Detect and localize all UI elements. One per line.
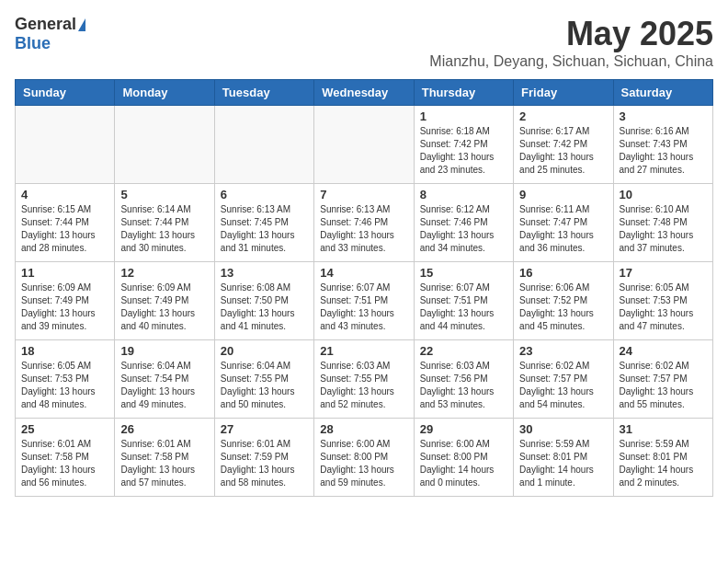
day-cell: 8Sunrise: 6:12 AM Sunset: 7:46 PM Daylig… (414, 184, 513, 262)
day-cell: 25Sunrise: 6:01 AM Sunset: 7:58 PM Dayli… (16, 419, 115, 497)
day-cell: 4Sunrise: 6:15 AM Sunset: 7:44 PM Daylig… (16, 184, 115, 262)
day-number: 31 (620, 422, 707, 436)
day-cell: 12Sunrise: 6:09 AM Sunset: 7:49 PM Dayli… (115, 262, 214, 340)
day-number: 26 (120, 422, 208, 436)
day-cell (16, 106, 115, 184)
day-info: Sunrise: 6:03 AM Sunset: 7:55 PM Dayligh… (320, 360, 407, 411)
day-number: 27 (221, 422, 308, 436)
week-row-2: 4Sunrise: 6:15 AM Sunset: 7:44 PM Daylig… (16, 184, 713, 262)
day-cell: 20Sunrise: 6:04 AM Sunset: 7:55 PM Dayli… (214, 340, 313, 419)
calendar-table: SundayMondayTuesdayWednesdayThursdayFrid… (15, 79, 713, 497)
day-cell: 9Sunrise: 6:11 AM Sunset: 7:47 PM Daylig… (514, 184, 613, 262)
day-number: 25 (21, 422, 108, 436)
day-info: Sunrise: 6:17 AM Sunset: 7:42 PM Dayligh… (519, 125, 607, 177)
day-number: 1 (420, 109, 507, 123)
day-number: 11 (21, 266, 108, 280)
day-info: Sunrise: 6:11 AM Sunset: 7:47 PM Dayligh… (519, 203, 607, 255)
day-cell: 16Sunrise: 6:06 AM Sunset: 7:52 PM Dayli… (514, 262, 613, 340)
logo-blue-text: Blue (15, 34, 51, 52)
day-info: Sunrise: 6:02 AM Sunset: 7:57 PM Dayligh… (620, 360, 707, 411)
day-number: 12 (120, 266, 208, 280)
day-info: Sunrise: 6:01 AM Sunset: 7:58 PM Dayligh… (120, 438, 208, 489)
day-number: 3 (620, 109, 707, 123)
day-number: 16 (519, 266, 607, 280)
day-info: Sunrise: 6:07 AM Sunset: 7:51 PM Dayligh… (320, 282, 407, 333)
day-number: 20 (221, 344, 308, 358)
logo-triangle-icon (78, 18, 85, 31)
day-cell: 10Sunrise: 6:10 AM Sunset: 7:48 PM Dayli… (613, 184, 712, 262)
day-info: Sunrise: 5:59 AM Sunset: 8:01 PM Dayligh… (620, 438, 707, 489)
day-cell: 28Sunrise: 6:00 AM Sunset: 8:00 PM Dayli… (314, 419, 414, 497)
day-info: Sunrise: 6:01 AM Sunset: 7:59 PM Dayligh… (221, 438, 308, 489)
title-area: May 2025 Mianzhu, Deyang, Sichuan, Sichu… (429, 15, 713, 70)
day-number: 10 (620, 188, 707, 201)
day-cell: 21Sunrise: 6:03 AM Sunset: 7:55 PM Dayli… (314, 340, 414, 419)
day-number: 5 (120, 188, 208, 201)
weekday-header-tuesday: Tuesday (214, 80, 313, 106)
day-info: Sunrise: 5:59 AM Sunset: 8:01 PM Dayligh… (519, 438, 607, 489)
location-title: Mianzhu, Deyang, Sichuan, Sichuan, China (429, 53, 713, 70)
day-cell: 26Sunrise: 6:01 AM Sunset: 7:58 PM Dayli… (115, 419, 214, 497)
day-info: Sunrise: 6:02 AM Sunset: 7:57 PM Dayligh… (519, 360, 607, 411)
day-number: 8 (420, 188, 507, 201)
day-cell: 6Sunrise: 6:13 AM Sunset: 7:45 PM Daylig… (214, 184, 313, 262)
day-number: 28 (320, 422, 407, 436)
day-info: Sunrise: 6:16 AM Sunset: 7:43 PM Dayligh… (620, 125, 707, 177)
day-info: Sunrise: 6:15 AM Sunset: 7:44 PM Dayligh… (21, 203, 108, 255)
weekday-header-thursday: Thursday (414, 80, 513, 106)
weekday-header-friday: Friday (514, 80, 613, 106)
day-info: Sunrise: 6:03 AM Sunset: 7:56 PM Dayligh… (420, 360, 507, 411)
day-cell: 24Sunrise: 6:02 AM Sunset: 7:57 PM Dayli… (613, 340, 712, 419)
day-cell (115, 106, 214, 184)
day-number: 13 (221, 266, 308, 280)
day-cell (214, 106, 313, 184)
day-info: Sunrise: 6:10 AM Sunset: 7:48 PM Dayligh… (620, 203, 707, 255)
day-cell: 30Sunrise: 5:59 AM Sunset: 8:01 PM Dayli… (514, 419, 613, 497)
month-title: May 2025 (429, 15, 713, 53)
week-row-5: 25Sunrise: 6:01 AM Sunset: 7:58 PM Dayli… (16, 419, 713, 497)
day-info: Sunrise: 6:14 AM Sunset: 7:44 PM Dayligh… (120, 203, 208, 255)
day-cell: 18Sunrise: 6:05 AM Sunset: 7:53 PM Dayli… (16, 340, 115, 419)
day-cell: 31Sunrise: 5:59 AM Sunset: 8:01 PM Dayli… (613, 419, 712, 497)
logo: General Blue (15, 15, 85, 53)
day-number: 24 (620, 344, 707, 358)
week-row-3: 11Sunrise: 6:09 AM Sunset: 7:49 PM Dayli… (16, 262, 713, 340)
day-number: 6 (221, 188, 308, 201)
day-cell: 7Sunrise: 6:13 AM Sunset: 7:46 PM Daylig… (314, 184, 414, 262)
week-row-1: 1Sunrise: 6:18 AM Sunset: 7:42 PM Daylig… (16, 106, 713, 184)
day-info: Sunrise: 6:04 AM Sunset: 7:54 PM Dayligh… (120, 360, 208, 411)
day-info: Sunrise: 6:08 AM Sunset: 7:50 PM Dayligh… (221, 282, 308, 333)
day-cell: 13Sunrise: 6:08 AM Sunset: 7:50 PM Dayli… (214, 262, 313, 340)
day-info: Sunrise: 6:04 AM Sunset: 7:55 PM Dayligh… (221, 360, 308, 411)
day-cell: 29Sunrise: 6:00 AM Sunset: 8:00 PM Dayli… (414, 419, 513, 497)
day-info: Sunrise: 6:09 AM Sunset: 7:49 PM Dayligh… (21, 282, 108, 333)
day-info: Sunrise: 6:00 AM Sunset: 8:00 PM Dayligh… (420, 438, 507, 489)
day-cell: 11Sunrise: 6:09 AM Sunset: 7:49 PM Dayli… (16, 262, 115, 340)
day-number: 15 (420, 266, 507, 280)
header: General Blue May 2025 Mianzhu, Deyang, S… (15, 15, 713, 70)
day-cell: 27Sunrise: 6:01 AM Sunset: 7:59 PM Dayli… (214, 419, 313, 497)
day-info: Sunrise: 6:07 AM Sunset: 7:51 PM Dayligh… (420, 282, 507, 333)
weekday-header-saturday: Saturday (613, 80, 712, 106)
day-number: 4 (21, 188, 108, 201)
day-number: 23 (519, 344, 607, 358)
day-number: 14 (320, 266, 407, 280)
day-cell: 3Sunrise: 6:16 AM Sunset: 7:43 PM Daylig… (613, 106, 712, 184)
weekday-header-sunday: Sunday (16, 80, 115, 106)
day-number: 30 (519, 422, 607, 436)
day-cell: 15Sunrise: 6:07 AM Sunset: 7:51 PM Dayli… (414, 262, 513, 340)
day-info: Sunrise: 6:18 AM Sunset: 7:42 PM Dayligh… (420, 125, 507, 177)
day-number: 2 (519, 109, 607, 123)
day-info: Sunrise: 6:05 AM Sunset: 7:53 PM Dayligh… (21, 360, 108, 411)
day-cell: 22Sunrise: 6:03 AM Sunset: 7:56 PM Dayli… (414, 340, 513, 419)
day-info: Sunrise: 6:13 AM Sunset: 7:45 PM Dayligh… (221, 203, 308, 255)
day-info: Sunrise: 6:00 AM Sunset: 8:00 PM Dayligh… (320, 438, 407, 489)
day-cell: 2Sunrise: 6:17 AM Sunset: 7:42 PM Daylig… (514, 106, 613, 184)
day-info: Sunrise: 6:13 AM Sunset: 7:46 PM Dayligh… (320, 203, 407, 255)
day-info: Sunrise: 6:05 AM Sunset: 7:53 PM Dayligh… (620, 282, 707, 333)
day-info: Sunrise: 6:01 AM Sunset: 7:58 PM Dayligh… (21, 438, 108, 489)
week-row-4: 18Sunrise: 6:05 AM Sunset: 7:53 PM Dayli… (16, 340, 713, 419)
day-cell: 5Sunrise: 6:14 AM Sunset: 7:44 PM Daylig… (115, 184, 214, 262)
day-number: 21 (320, 344, 407, 358)
day-cell: 23Sunrise: 6:02 AM Sunset: 7:57 PM Dayli… (514, 340, 613, 419)
